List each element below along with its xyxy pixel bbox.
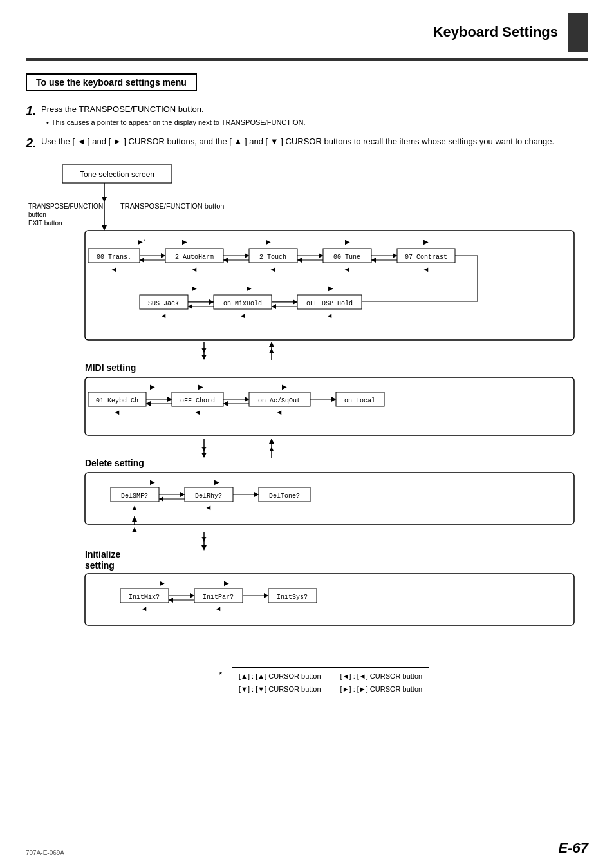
page: Keyboard Settings To use the keyboard se… <box>0 0 614 868</box>
step-2-num: 2. <box>26 135 37 151</box>
svg-text:◄: ◄ <box>205 504 212 511</box>
svg-text:◄: ◄ <box>239 312 247 319</box>
svg-text:DelRhy?: DelRhy? <box>195 493 222 500</box>
step-1: 1. Press the TRANSPOSE/FUNCTION button. … <box>26 103 588 127</box>
header: Keyboard Settings <box>26 13 588 52</box>
svg-text:TRANSPOSE/FUNCTION button: TRANSPOSE/FUNCTION button <box>120 202 224 210</box>
svg-text:◄: ◄ <box>160 312 167 319</box>
svg-text:01 Keybd Ch: 01 Keybd Ch <box>96 397 138 404</box>
svg-marker-77 <box>269 342 274 347</box>
svg-rect-79 <box>85 377 574 435</box>
svg-text:on Local: on Local <box>344 397 375 404</box>
svg-text:▶: ▶ <box>160 580 165 587</box>
svg-text:TRANSPOSE/FUNCTION: TRANSPOSE/FUNCTION <box>28 203 103 210</box>
svg-text:◄: ◄ <box>191 265 198 273</box>
instruction-box: To use the keyboard settings menu <box>26 73 197 91</box>
svg-text:▶: ▶ <box>282 383 287 390</box>
svg-text:Initialize: Initialize <box>85 549 120 560</box>
header-divider <box>26 58 588 61</box>
svg-text:Delete setting: Delete setting <box>85 458 144 468</box>
svg-text:▶: ▶ <box>345 238 350 245</box>
svg-text:setting: setting <box>85 560 115 571</box>
diagram-svg: Tone selection screen TRANSPOSE/FUNCTION… <box>27 158 587 661</box>
footer-right: E-67 <box>559 840 588 856</box>
svg-text:2 AutoHarm: 2 AutoHarm <box>175 254 214 261</box>
svg-text:▶: ▶ <box>150 478 155 486</box>
svg-text:▶: ▶ <box>328 285 333 292</box>
svg-text:▶: ▶ <box>182 238 187 245</box>
svg-marker-8 <box>102 225 107 231</box>
svg-text:▶*: ▶* <box>138 238 145 245</box>
svg-text:oFF DSP Hold: oFF DSP Hold <box>306 300 353 307</box>
svg-text:00 Trans.: 00 Trans. <box>97 254 131 261</box>
legend-down: [▼] : [▼] CURSOR button <box>239 683 321 696</box>
svg-text:MIDI setting: MIDI setting <box>85 363 136 373</box>
svg-marker-109 <box>269 439 274 444</box>
svg-text:◄: ◄ <box>423 265 430 273</box>
step-1-main: Press the TRANSPOSE/FUNCTION button. <box>41 103 306 116</box>
legend-box: [▲] : [▲] CURSOR button [◄] : [◄] CURSOR… <box>232 667 429 699</box>
svg-text:00 Tune: 00 Tune <box>333 254 360 261</box>
svg-text:◄: ◄ <box>326 312 333 319</box>
svg-text:◄: ◄ <box>111 265 118 273</box>
svg-text:InitPar?: InitPar? <box>203 594 234 601</box>
svg-text:2 Touch: 2 Touch <box>259 254 286 261</box>
svg-text:oFF Chord: oFF Chord <box>180 397 215 404</box>
svg-text:▶: ▶ <box>247 285 252 292</box>
svg-text:▶: ▶ <box>192 285 197 292</box>
step-1-content: Press the TRANSPOSE/FUNCTION button. •Th… <box>41 103 306 127</box>
legend-left: [◄] : [◄] CURSOR button <box>340 670 423 683</box>
svg-text:on MixHold: on MixHold <box>223 300 262 307</box>
legend-grid: [▲] : [▲] CURSOR button [◄] : [◄] CURSOR… <box>239 670 422 696</box>
svg-text:▶: ▶ <box>198 383 203 390</box>
svg-text:InitMix?: InitMix? <box>129 594 160 601</box>
svg-text:EXIT button: EXIT button <box>28 220 62 227</box>
svg-marker-75 <box>201 355 207 360</box>
svg-text:▶: ▶ <box>266 238 271 245</box>
svg-text:▶: ▶ <box>214 478 219 486</box>
legend-up: [▲] : [▲] CURSOR button <box>239 670 321 683</box>
svg-text:Tone selection screen: Tone selection screen <box>80 170 154 179</box>
svg-text:DelSMF?: DelSMF? <box>121 493 148 500</box>
svg-marker-133 <box>201 545 207 551</box>
svg-text:DelTone?: DelTone? <box>269 493 300 500</box>
svg-marker-107 <box>201 453 207 458</box>
svg-text:◄: ◄ <box>141 605 148 612</box>
svg-text:▶: ▶ <box>150 383 155 390</box>
svg-text:SUS Jack: SUS Jack <box>148 300 179 307</box>
legend-right: [►] : [►] CURSOR button <box>340 683 423 696</box>
legend-asterisk: * <box>219 670 222 679</box>
svg-text:07 Contrast: 07 Contrast <box>405 254 447 261</box>
svg-text:InitSys?: InitSys? <box>277 594 308 601</box>
svg-text:◄: ◄ <box>344 265 351 273</box>
page-title: Keyboard Settings <box>433 24 558 41</box>
svg-text:▶: ▶ <box>423 238 429 245</box>
footer-left: 707A-E-069A <box>26 849 64 856</box>
svg-text:◄: ◄ <box>270 265 277 273</box>
svg-marker-3 <box>102 197 107 202</box>
step-1-num: 1. <box>26 103 37 118</box>
svg-text:◄: ◄ <box>215 605 222 612</box>
svg-text:▲: ▲ <box>131 525 138 534</box>
svg-text:◄: ◄ <box>276 408 283 416</box>
step-2: 2. Use the [ ◄ ] and [ ► ] CURSOR button… <box>26 135 588 151</box>
svg-text:◄: ◄ <box>114 408 121 416</box>
step-1-sub: •This causes a pointer to appear on the … <box>46 117 306 128</box>
svg-text:◄: ◄ <box>194 408 201 416</box>
svg-text:▲: ▲ <box>131 504 138 511</box>
svg-text:button: button <box>28 211 46 218</box>
svg-text:on Ac/SqOut: on Ac/SqOut <box>258 397 301 404</box>
legend-area: * [▲] : [▲] CURSOR button [◄] : [◄] CURS… <box>219 667 588 699</box>
svg-text:▶: ▶ <box>224 580 229 587</box>
header-tab <box>568 13 588 52</box>
step-2-content: Use the [ ◄ ] and [ ► ] CURSOR buttons, … <box>41 135 554 148</box>
